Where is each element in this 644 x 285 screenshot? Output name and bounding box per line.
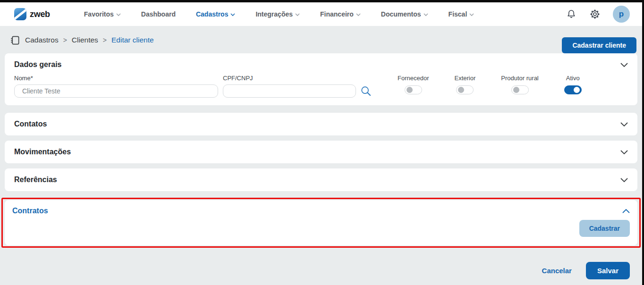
toggle-group-produtor-rural: Produtor rural: [501, 75, 538, 94]
section-dados-gerais-header[interactable]: Dados gerais: [14, 60, 628, 69]
ativo-toggle[interactable]: [564, 85, 582, 94]
expand-contatos-button[interactable]: [620, 122, 628, 126]
nav-item-dashboard[interactable]: Dashboard: [141, 10, 176, 18]
cpf-cnpj-input[interactable]: [223, 84, 356, 98]
dados-gerais-form-row: Nome* CPF/CNPJ Fornecedor: [14, 75, 628, 99]
nome-field-group: Nome*: [14, 75, 218, 98]
produtor-rural-label: Produtor rural: [501, 75, 538, 82]
app-screen: zweb Favoritos Dashboard Cadastros Integ…: [0, 0, 644, 285]
chevron-down-icon: [295, 13, 300, 16]
expand-referencias-button[interactable]: [620, 178, 628, 182]
expand-movimentacoes-button[interactable]: [620, 150, 628, 154]
section-title-movimentacoes: Movimentações: [14, 148, 71, 156]
search-icon: [360, 85, 372, 97]
section-contratos-expanded: Contratos Cadastrar: [5, 200, 637, 245]
nome-input[interactable]: [14, 84, 218, 98]
user-avatar[interactable]: p: [613, 6, 630, 23]
section-dados-gerais: Dados gerais Nome* CPF/CNPJ: [5, 53, 637, 105]
exterior-toggle[interactable]: [456, 85, 474, 94]
section-title-dados-gerais: Dados gerais: [14, 60, 61, 69]
notifications-button[interactable]: [566, 8, 577, 20]
gear-icon: [589, 8, 601, 20]
toggle-group-ativo: Ativo: [564, 75, 582, 94]
toggle-group-exterior: Exterior: [454, 75, 475, 94]
nav-item-fiscal[interactable]: Fiscal: [449, 10, 475, 18]
chevron-down-icon: [620, 150, 628, 154]
footer-actions: Cancelar Salvar: [5, 262, 637, 279]
register-client-button[interactable]: Cadastrar cliente: [562, 37, 636, 53]
nav-item-financeiro[interactable]: Financeiro: [320, 10, 361, 18]
app-logo[interactable]: zweb: [14, 8, 50, 20]
window-right-edge: [642, 0, 644, 285]
breadcrumb-editar-cliente: Editar cliente: [111, 36, 154, 44]
chevron-down-icon: [230, 13, 235, 16]
contratos-highlight-box: Contratos Cadastrar: [1, 198, 641, 248]
chevron-down-icon: [620, 178, 628, 182]
breadcrumb-bar: Cadastros > Clientes > Editar cliente Ca…: [0, 26, 644, 51]
produtor-rural-toggle[interactable]: [511, 85, 529, 94]
breadcrumb: Cadastros > Clientes > Editar cliente: [25, 36, 154, 44]
section-contratos-header[interactable]: Contratos: [12, 207, 630, 215]
exterior-label: Exterior: [454, 75, 475, 82]
section-title-referencias: Referências: [14, 176, 57, 184]
section-title-contratos-expanded: Contratos: [12, 207, 48, 215]
breadcrumb-separator: >: [63, 36, 67, 44]
nome-label: Nome*: [14, 75, 218, 82]
main-content: Dados gerais Nome* CPF/CNPJ: [0, 51, 644, 279]
chevron-up-icon: [622, 209, 630, 213]
nav-item-integracoes[interactable]: Integrações: [255, 10, 300, 18]
ativo-label: Ativo: [566, 75, 580, 82]
chevron-down-icon: [620, 122, 628, 126]
cancel-button[interactable]: Cancelar: [542, 267, 572, 275]
nav-item-cadastros[interactable]: Cadastros: [196, 10, 235, 18]
register-contract-button[interactable]: Cadastrar: [579, 220, 630, 237]
settings-button[interactable]: [589, 8, 601, 20]
cpf-cnpj-label: CPF/CNPJ: [223, 75, 356, 82]
breadcrumb-clientes[interactable]: Clientes: [72, 36, 98, 44]
logo-icon: [14, 8, 26, 20]
toggle-group-fornecedor: Fornecedor: [398, 75, 429, 94]
nav-menu: Favoritos Dashboard Cadastros Integraçõe…: [84, 10, 475, 18]
cpf-search-button[interactable]: [360, 85, 372, 99]
window-top-edge: [0, 0, 644, 2]
nav-item-documentos[interactable]: Documentos: [381, 10, 428, 18]
breadcrumb-cadastros[interactable]: Cadastros: [25, 36, 59, 44]
chevron-down-icon: [469, 13, 474, 16]
cpf-cnpj-field-group: CPF/CNPJ: [223, 75, 356, 98]
chevron-down-icon: [356, 13, 361, 16]
breadcrumb-separator: >: [103, 36, 107, 44]
nav-item-favoritos[interactable]: Favoritos: [84, 10, 121, 18]
chevron-down-icon: [424, 13, 428, 16]
logo-text: zweb: [30, 9, 50, 19]
notebook-icon: [9, 35, 20, 46]
chevron-down-icon: [620, 63, 628, 67]
save-button[interactable]: Salvar: [586, 262, 630, 279]
collapse-dados-gerais-button[interactable]: [620, 63, 628, 67]
fornecedor-toggle[interactable]: [405, 85, 422, 94]
collapse-contratos-button[interactable]: [622, 209, 630, 213]
nav-right-actions: p: [566, 6, 630, 23]
section-contatos[interactable]: Contatos: [5, 113, 637, 135]
bell-icon: [566, 8, 577, 20]
section-movimentacoes[interactable]: Movimentações: [5, 141, 637, 163]
chevron-down-icon: [116, 13, 121, 16]
fornecedor-label: Fornecedor: [398, 75, 429, 82]
top-navbar: zweb Favoritos Dashboard Cadastros Integ…: [0, 2, 644, 26]
section-title-contatos: Contatos: [14, 120, 47, 128]
section-referencias[interactable]: Referências: [5, 168, 637, 191]
